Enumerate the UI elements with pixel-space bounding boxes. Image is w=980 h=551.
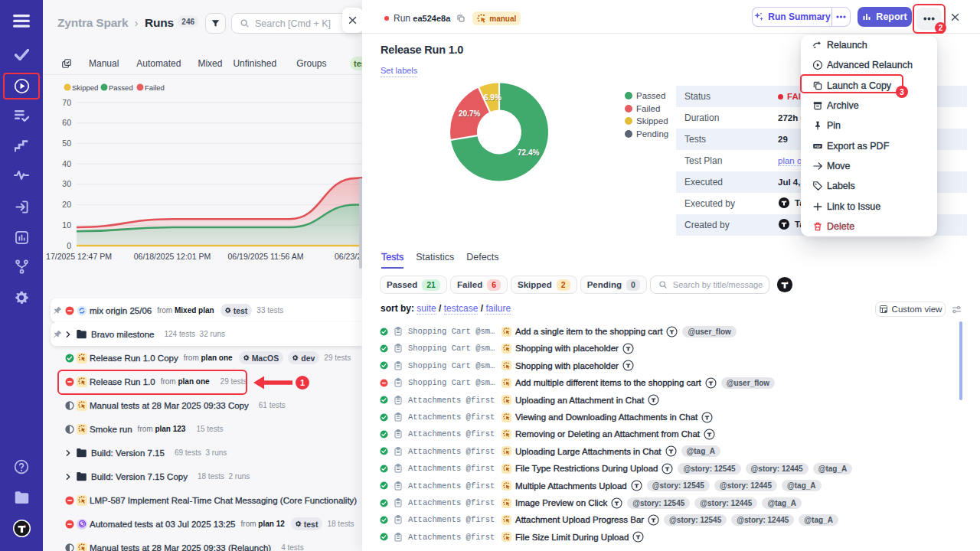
- svg-text:Skipped: Skipped: [72, 83, 98, 92]
- svg-text:Failed: Failed: [145, 83, 165, 92]
- svg-text:40: 40: [62, 159, 71, 168]
- svg-text:6.9%: 6.9%: [484, 93, 501, 102]
- svg-text:72.4%: 72.4%: [518, 148, 539, 157]
- svg-text:20.7%: 20.7%: [459, 109, 480, 118]
- svg-text:PDF: PDF: [815, 144, 822, 148]
- svg-text:50: 50: [62, 139, 71, 148]
- svg-text:20: 20: [62, 200, 71, 209]
- svg-text:30: 30: [62, 179, 71, 188]
- svg-text:10: 10: [62, 220, 71, 230]
- svg-text:06/23/202: 06/23/202: [335, 252, 362, 261]
- svg-text:17/2025 12:47 PM: 17/2025 12:47 PM: [46, 252, 112, 261]
- svg-text:06/19/2025 11:56 AM: 06/19/2025 11:56 AM: [227, 252, 303, 261]
- svg-text:70: 70: [62, 98, 71, 107]
- svg-text:06/18/2025 12:01 PM: 06/18/2025 12:01 PM: [134, 252, 211, 261]
- svg-text:Passed: Passed: [109, 83, 133, 92]
- svg-text:60: 60: [62, 118, 71, 127]
- svg-text:0: 0: [67, 241, 71, 250]
